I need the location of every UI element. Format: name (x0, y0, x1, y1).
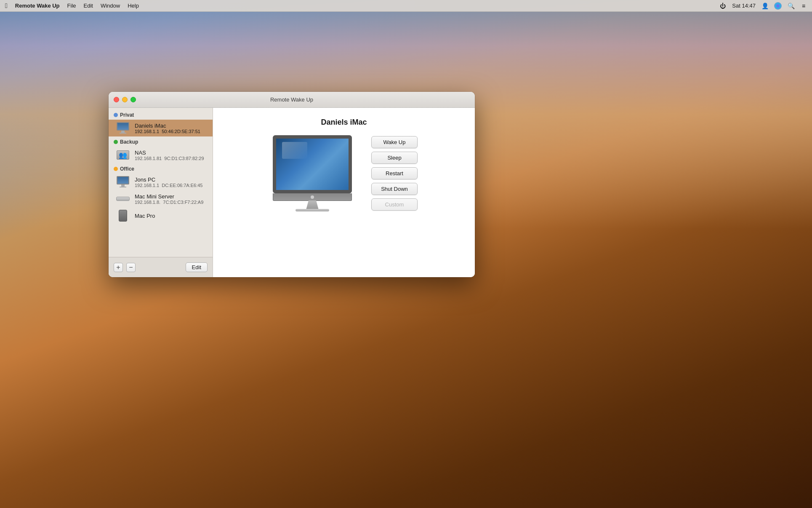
office-dot (114, 167, 118, 171)
restart-button[interactable]: Restart (371, 167, 418, 179)
control-center-icon[interactable]: ≡ (800, 3, 807, 9)
device-info-jons-pc: Jons PC 192.168.1.1 DC:EE:06:7A:E6:45 (135, 176, 208, 188)
apple-menu-icon[interactable]:  (5, 2, 8, 10)
sidebar-item-mac-mini-server[interactable]: Mac Mini Server 192.168.1.8. 7C:D1:C3:F7… (109, 190, 213, 207)
device-illustration (270, 135, 354, 211)
mac-mini-icon (115, 193, 130, 205)
device-name-mac-pro: Mac Pro (135, 213, 208, 219)
device-name: Daniels iMac (135, 123, 208, 129)
device-info-nas: NAS 192.168.1.81 9C:D1:C3:87:82:29 (135, 150, 208, 161)
shut-down-button[interactable]: Shut Down (371, 183, 418, 195)
imac-icon (115, 122, 130, 134)
search-icon[interactable]: 🔍 (788, 3, 794, 9)
close-button[interactable] (114, 97, 119, 102)
device-name-mac-mini: Mac Mini Server (135, 193, 208, 200)
group-header-office: Office (109, 163, 213, 174)
nas-icon: 👥 (115, 149, 130, 161)
edit-button[interactable]: Edit (186, 262, 208, 272)
backup-dot (114, 140, 118, 144)
nas-people-glyph: 👥 (119, 151, 127, 159)
sidebar-item-mac-pro[interactable]: Mac Pro (109, 207, 213, 224)
minimize-button[interactable] (122, 97, 128, 102)
jons-pc-icon (115, 176, 130, 188)
privat-dot (114, 113, 118, 117)
device-info-mac-pro: Mac Pro (135, 213, 208, 219)
device-info-mac-mini: Mac Mini Server 192.168.1.8. 7C:D1:C3:F7… (135, 193, 208, 205)
window-title: Remote Wake Up (270, 96, 313, 103)
sidebar-footer: + − Edit (109, 257, 213, 277)
imac-stand (306, 201, 319, 210)
menubar-clock: Sat 14:47 (732, 3, 756, 9)
sidebar-item-nas[interactable]: 👥 NAS 192.168.1.81 9C:D1:C3:87:82:29 (109, 147, 213, 163)
menubar-right: ⏻ Sat 14:47 👤 🔍 ≡ (719, 2, 807, 10)
menubar-edit[interactable]: Edit (84, 3, 93, 9)
device-details-jons-pc: 192.168.1.1 DC:EE:06:7A:E6:45 (135, 183, 208, 188)
device-name-jons-pc: Jons PC (135, 176, 208, 183)
imac-base (296, 209, 329, 211)
menubar:  Remote Wake Up File Edit Window Help ⏻… (0, 0, 812, 12)
imac-screen-shine (282, 142, 307, 159)
imac-apple-logo (311, 195, 314, 199)
window-body: Privat Daniels iMac 192.168.1.1 50:46:2D… (109, 108, 475, 277)
device-details: 192.168.1.1 50:46:2D:5E:37:51 (135, 129, 208, 134)
device-details-nas: 192.168.1.81 9C:D1:C3:87:82:29 (135, 156, 208, 161)
sidebar: Privat Daniels iMac 192.168.1.1 50:46:2D… (109, 108, 213, 277)
imac-chin (273, 193, 352, 201)
backup-label: Backup (120, 139, 138, 145)
group-header-backup: Backup (109, 136, 213, 147)
title-bar: Remote Wake Up (109, 92, 475, 108)
menubar-help[interactable]: Help (128, 3, 139, 9)
selected-device-title: Daniels iMac (321, 118, 367, 127)
device-info-daniels-imac: Daniels iMac 192.168.1.1 50:46:2D:5E:37:… (135, 123, 208, 134)
siri-icon[interactable] (774, 2, 782, 10)
main-content: Daniels iMac Wake Up (213, 108, 475, 277)
device-details-mac-mini: 192.168.1.8. 7C:D1:C3:F7:22:A9 (135, 200, 208, 205)
action-buttons: Wake Up Sleep Restart Shut Down Custom (371, 136, 418, 211)
sidebar-item-jons-pc[interactable]: Jons PC 192.168.1.1 DC:EE:06:7A:E6:45 (109, 174, 213, 190)
power-icon[interactable]: ⏻ (719, 3, 726, 9)
add-device-button[interactable]: + (114, 263, 123, 272)
privat-label: Privat (120, 112, 134, 118)
remove-device-button[interactable]: − (126, 263, 136, 272)
wake-up-button[interactable]: Wake Up (371, 136, 418, 148)
imac-screen (273, 135, 352, 193)
menubar-app-name[interactable]: Remote Wake Up (15, 3, 60, 9)
menubar-file[interactable]: File (67, 3, 76, 9)
menubar-window[interactable]: Window (101, 3, 120, 9)
device-name-nas: NAS (135, 150, 208, 156)
mac-pro-icon (115, 210, 130, 222)
menubar-left:  Remote Wake Up File Edit Window Help (5, 2, 719, 10)
sidebar-item-daniels-imac[interactable]: Daniels iMac 192.168.1.1 50:46:2D:5E:37:… (109, 120, 213, 136)
custom-button[interactable]: Custom (371, 198, 418, 211)
group-header-privat: Privat (109, 110, 213, 120)
app-window: Remote Wake Up Privat (109, 92, 475, 277)
maximize-button[interactable] (130, 97, 136, 102)
sidebar-content: Privat Daniels iMac 192.168.1.1 50:46:2D… (109, 108, 213, 257)
user-icon[interactable]: 👤 (761, 3, 768, 9)
window-controls (114, 97, 136, 102)
sleep-button[interactable]: Sleep (371, 152, 418, 164)
main-body: Wake Up Sleep Restart Shut Down Custom (226, 135, 461, 211)
office-label: Office (120, 166, 134, 172)
